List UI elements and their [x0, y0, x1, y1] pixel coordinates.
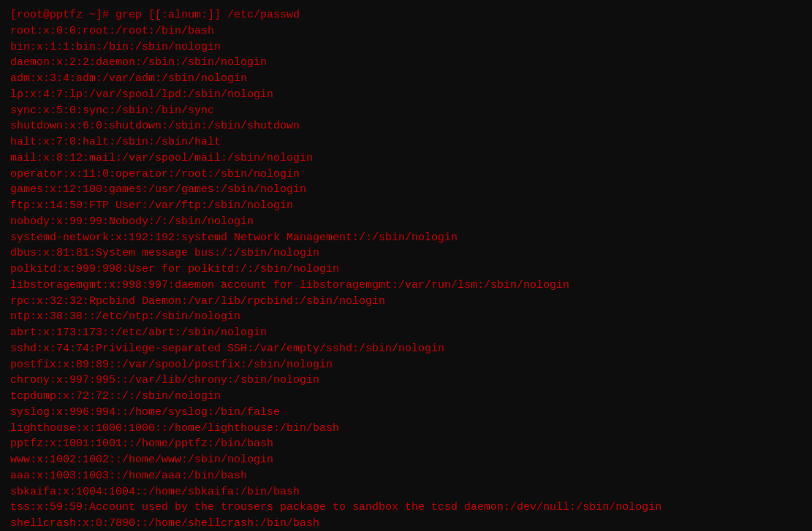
output-line: sshd:x:74:74:Privilege-separated SSH:/va…	[10, 341, 802, 357]
output-line: shellcrash:x:0:7890::/home/shellcrash:/b…	[10, 516, 802, 531]
output-line: systemd-network:x:192:192:systemd Networ…	[10, 230, 802, 246]
output-line: chrony:x:997:995::/var/lib/chrony:/sbin/…	[10, 373, 802, 389]
output-line: pptfz:x:1001:1001::/home/pptfz:/bin/bash	[10, 436, 802, 452]
output-line: www:x:1002:1002::/home/www:/sbin/nologin	[10, 452, 802, 468]
prompt-line: [root@pptfz ~]# grep [[:alnum:]] /etc/pa…	[10, 7, 802, 23]
output-line: tcpdump:x:72:72::/:/sbin/nologin	[10, 389, 802, 405]
output-line: sbkaifa:x:1004:1004::/home/sbkaifa:/bin/…	[10, 484, 802, 500]
output-line: operator:x:11:0:operator:/root:/sbin/nol…	[10, 167, 802, 183]
output-line: lighthouse:x:1000:1000::/home/lighthouse…	[10, 421, 802, 437]
output-line: libstoragemgmt:x:998:997:daemon account …	[10, 278, 802, 294]
output-line: rpc:x:32:32:Rpcbind Daemon:/var/lib/rpcb…	[10, 294, 802, 310]
output-line: shutdown:x:6:0:shutdown:/sbin:/sbin/shut…	[10, 118, 802, 134]
output-line: abrt:x:173:173::/etc/abrt:/sbin/nologin	[10, 325, 802, 341]
output-line: polkitd:x:999:998:User for polkitd:/:/sb…	[10, 261, 802, 278]
output-line: root:x:0:0:root:/root:/bin/bash	[10, 23, 802, 39]
output-line: mail:x:8:12:mail:/var/spool/mail:/sbin/n…	[10, 150, 802, 167]
output-line: aaa:x:1003:1003::/home/aaa:/bin/bash	[10, 468, 802, 484]
output-line: games:x:12:100:games:/usr/games:/sbin/no…	[10, 182, 802, 198]
output-line: dbus:x:81:81:System message bus:/:/sbin/…	[10, 245, 802, 261]
output-line: lp:x:4:7:lp:/var/spool/lpd:/sbin/nologin	[10, 87, 802, 103]
output-line: sync:x:5:0:sync:/sbin:/bin/sync	[10, 103, 802, 119]
output-line: adm:x:3:4:adm:/var/adm:/sbin/nologin	[10, 71, 802, 87]
output-line: ftp:x:14:50:FTP User:/var/ftp:/sbin/nolo…	[10, 198, 802, 214]
output-line: bin:x:1:1:bin:/bin:/sbin/nologin	[10, 39, 802, 56]
output-line: tss:x:59:59:Account used by the trousers…	[10, 500, 802, 516]
output-line: ntp:x:38:38::/etc/ntp:/sbin/nologin	[10, 309, 802, 325]
output-line: halt:x:7:0:halt:/sbin:/sbin/halt	[10, 134, 802, 150]
output-line: postfix:x:89:89::/var/spool/postfix:/sbi…	[10, 357, 802, 373]
terminal: [root@pptfz ~]# grep [[:alnum:]] /etc/pa…	[10, 7, 802, 531]
output-line: daemon:x:2:2:daemon:/sbin:/sbin/nologin	[10, 55, 802, 71]
output-line: nobody:x:99:99:Nobody:/:/sbin/nologin	[10, 214, 802, 230]
output-line: syslog:x:996:994::/home/syslog:/bin/fals…	[10, 405, 802, 421]
